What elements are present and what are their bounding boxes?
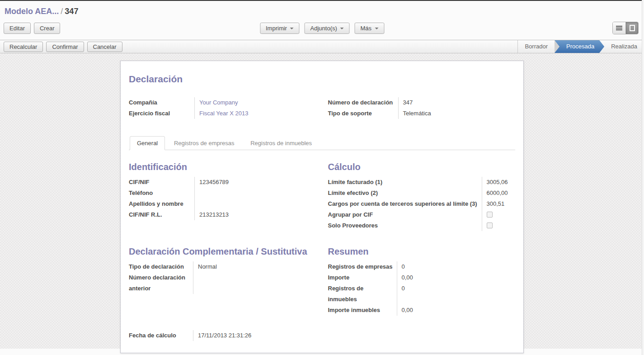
field-label: CIF/NIF [129, 177, 194, 188]
print-label: Imprimir [266, 25, 287, 32]
action-toolbar: Recalcular Confirmar Cancelar Borrador P… [0, 40, 644, 53]
field-row-compania: Compañía Your Company [129, 97, 316, 108]
field-row-limite-efectivo: Límite efectivo (2) 6000,00 [328, 188, 516, 199]
section-row-1: Identificación CIF/NIF 123456789 Teléfon… [129, 162, 515, 231]
field-row-limite-facturado: Límite facturado (1) 3005,06 [328, 177, 516, 188]
statusbar: Borrador Procesada Realizada [517, 40, 644, 53]
field-label: Límite facturado (1) [328, 177, 482, 188]
recalculate-button[interactable]: Recalcular [4, 42, 43, 52]
field-row-numero-declaracion-anterior: Número declaración anterior [129, 272, 316, 294]
field-row-importe-inmuebles: Importe inmuebles 0,00 [328, 305, 516, 316]
field-row-importe: Importe 0,00 [328, 272, 516, 283]
chevron-down-icon [290, 28, 294, 29]
support-type-value: Telemática [398, 108, 516, 119]
form-view-button[interactable] [625, 22, 638, 34]
tab-registros-de-empresas[interactable]: Registros de empresas [167, 136, 242, 150]
list-icon [616, 26, 622, 30]
cif-nif-rl-value: 213213213 [194, 209, 316, 220]
field-label: Tipo de soporte [328, 108, 398, 119]
header-fields-right: Número de declaración 347 Tipo de soport… [328, 97, 516, 119]
registros-empresas-value: 0 [397, 261, 516, 272]
view-switcher [612, 22, 639, 34]
telefono-value [194, 188, 316, 199]
summary-section: Resumen Registros de empresas 0 Importe … [328, 246, 516, 316]
breadcrumb-current: 347 [65, 7, 78, 16]
agrupar-por-cif-checkbox[interactable] [487, 212, 493, 218]
field-row-apellidos-nombre: Apellidos y nombre [129, 199, 316, 209]
field-label: Fecha de cálculo [129, 330, 193, 341]
print-dropdown-button[interactable]: Imprimir [260, 23, 300, 34]
workflow-buttons: Recalcular Confirmar Cancelar [0, 40, 122, 53]
field-row-registros-inmuebles: Registros de inmuebles 0 [328, 283, 516, 305]
status-step-realizada[interactable]: Realizada [604, 40, 644, 53]
status-step-borrador[interactable]: Borrador [518, 40, 555, 53]
calc-date-row: Fecha de cálculo 17/11/2013 21:31:26 [129, 330, 515, 341]
status-step-procesada[interactable]: Procesada [555, 40, 604, 53]
chevron-down-icon [340, 28, 344, 29]
field-label: Registros de empresas [328, 261, 397, 272]
chevron-down-icon [375, 28, 378, 29]
header-fields-left: Compañía Your Company Ejercicio fiscal F… [129, 97, 316, 119]
attachments-label: Adjunto(s) [310, 25, 337, 32]
form-sheet: Declaración Compañía Your Company Ejerci… [120, 61, 524, 353]
field-label: CIF/NIF R.L. [129, 209, 194, 220]
view-manager-header: Modelo AEA.../347 Editar Crear Imprimir … [0, 1, 644, 40]
field-row-agrupar-por-cif: Agrupar por CIF [328, 209, 516, 220]
breadcrumb-parent-link[interactable]: Modelo AEA... [5, 7, 59, 16]
field-label: Límite efectivo (2) [328, 188, 482, 199]
scrollbar-track[interactable] [642, 0, 644, 355]
sidebar-buttons: Imprimir Adjunto(s) Más [260, 23, 384, 34]
fiscal-year-link[interactable]: Fiscal Year X 2013 [194, 108, 316, 119]
field-value-cell [482, 220, 516, 231]
cancel-button[interactable]: Cancelar [87, 42, 122, 52]
header-buttons-row: Editar Crear Imprimir Adjunto(s) Más [0, 19, 644, 37]
field-label: Importe inmuebles [328, 305, 397, 316]
field-label: Importe [328, 272, 397, 283]
tab-registros-de-inmuebles[interactable]: Registros de inmuebles [243, 136, 319, 150]
registros-inmuebles-value: 0 [397, 283, 516, 305]
apellidos-nombre-value [194, 199, 316, 209]
limite-facturado-value: 3005,06 [482, 177, 516, 188]
create-button[interactable]: Crear [34, 23, 61, 34]
attachments-dropdown-button[interactable]: Adjunto(s) [305, 23, 350, 34]
fecha-calculo-value: 17/11/2013 21:31:26 [193, 330, 316, 341]
field-label: Ejercicio fiscal [129, 108, 194, 119]
numero-declaracion-anterior-value [193, 272, 316, 294]
field-row-fecha-calculo: Fecha de cálculo 17/11/2013 21:31:26 [129, 330, 316, 341]
section-row-2: Declaración Complementaria / Sustitutiva… [129, 246, 515, 316]
confirm-button[interactable]: Confirmar [46, 42, 84, 52]
section-title: Identificación [129, 162, 316, 172]
calculation-section: Cálculo Límite facturado (1) 3005,06 Lím… [328, 162, 516, 231]
field-row-ejercicio-fiscal: Ejercicio fiscal Fiscal Year X 2013 [129, 108, 316, 119]
limite-efectivo-value: 6000,00 [482, 188, 516, 199]
form-view-background: Declaración Compañía Your Company Ejerci… [0, 53, 644, 349]
more-label: Más [360, 25, 371, 32]
importe-value: 0,00 [397, 272, 516, 283]
field-row-registros-empresas: Registros de empresas 0 [328, 261, 516, 272]
sheet-title: Declaración [129, 74, 515, 85]
breadcrumb: Modelo AEA.../347 [0, 1, 644, 19]
company-link[interactable]: Your Company [194, 97, 316, 108]
field-label: Agrupar por CIF [328, 209, 482, 220]
edit-button[interactable]: Editar [4, 23, 31, 34]
field-label: Número declaración anterior [129, 272, 193, 294]
header-field-group: Compañía Your Company Ejercicio fiscal F… [129, 97, 515, 119]
section-title: Declaración Complementaria / Sustitutiva [129, 246, 316, 257]
field-label: Apellidos y nombre [129, 199, 194, 209]
field-label: Teléfono [129, 188, 194, 199]
more-dropdown-button[interactable]: Más [354, 23, 384, 34]
identification-section: Identificación CIF/NIF 123456789 Teléfon… [129, 162, 316, 231]
importe-inmuebles-value: 0,00 [397, 305, 516, 316]
field-label: Compañía [129, 97, 194, 108]
field-row-solo-proveedores: Solo Proveedores [328, 220, 516, 231]
list-view-button[interactable] [613, 22, 625, 34]
tipo-declaracion-value: Normal [193, 261, 316, 272]
notebook-tabs: General Registros de empresas Registros … [129, 136, 515, 150]
field-label: Número de declaración [328, 97, 398, 108]
solo-proveedores-checkbox[interactable] [487, 222, 493, 228]
complementary-section: Declaración Complementaria / Sustitutiva… [129, 246, 316, 316]
section-title: Cálculo [328, 162, 516, 172]
tab-general[interactable]: General [130, 136, 165, 150]
field-row-cif-nif-rl: CIF/NIF R.L. 213213213 [129, 209, 316, 220]
cif-nif-value: 123456789 [194, 177, 316, 188]
